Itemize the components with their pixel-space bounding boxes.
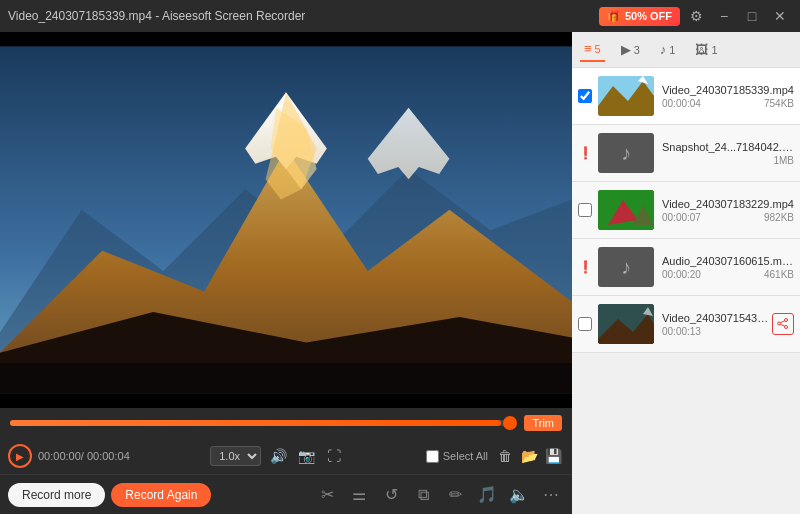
file-size-4: 461KB: [764, 269, 794, 280]
maximize-button[interactable]: □: [740, 4, 764, 28]
play-button[interactable]: ▶: [8, 444, 32, 468]
minimize-button[interactable]: −: [712, 4, 736, 28]
list-item[interactable]: Video_240307185339.mp4 00:00:04 754KB: [572, 68, 800, 125]
fullscreen-icon[interactable]: ⛶: [323, 445, 345, 467]
rotate-icon[interactable]: ↺: [378, 482, 404, 508]
svg-point-19: [785, 326, 788, 329]
progress-track[interactable]: [10, 420, 516, 426]
file-list: Video_240307185339.mp4 00:00:04 754KB ❗ …: [572, 68, 800, 514]
promo-label: 50% OFF: [625, 10, 672, 22]
tab-all[interactable]: ≡ 5: [580, 37, 605, 62]
speed-select[interactable]: 1.0x 0.5x 1.5x 2.0x: [210, 446, 261, 466]
file-meta-1: 00:00:04 754KB: [662, 98, 794, 109]
file-duration-4: 00:00:20: [662, 269, 701, 280]
tab-audio[interactable]: ♪ 1: [656, 38, 680, 61]
adjust-icon[interactable]: ⚌: [346, 482, 372, 508]
file-info-1: Video_240307185339.mp4 00:00:04 754KB: [662, 84, 794, 109]
file-meta-2: 1MB: [662, 155, 794, 166]
select-all-area: Select All: [426, 450, 488, 463]
tab-audio-count: 1: [669, 44, 675, 56]
progress-area: Trim: [0, 408, 572, 438]
main-content: Trim ▶ 00:00:00/ 00:00:04 1.0x 0.5x 1.5x…: [0, 32, 800, 514]
folder-icon[interactable]: 📂: [518, 445, 540, 467]
tab-image[interactable]: 🖼 1: [691, 38, 721, 61]
promo-badge[interactable]: 🎁 50% OFF: [599, 7, 680, 26]
file-name-1: Video_240307185339.mp4: [662, 84, 794, 96]
svg-line-22: [780, 324, 784, 326]
file-checkbox-1[interactable]: [578, 89, 592, 103]
file-thumb-1: [598, 76, 654, 116]
file-error-icon-4: ❗: [578, 260, 592, 274]
titlebar-right: 🎁 50% OFF ⚙ − □ ✕: [599, 4, 792, 28]
svg-point-18: [785, 319, 788, 322]
file-thumb-3: [598, 190, 654, 230]
file-duration-1: 00:00:04: [662, 98, 701, 109]
file-name-2: Snapshot_24...7184042.png: [662, 141, 794, 153]
trim-button[interactable]: Trim: [524, 415, 562, 431]
list-item[interactable]: Video_240307154314.mp4 00:00:13: [572, 296, 800, 353]
select-all-label: Select All: [443, 450, 488, 462]
record-again-button[interactable]: Record Again: [111, 483, 211, 507]
bottom-toolbar: Record more Record Again ✂ ⚌ ↺ ⧉ ✏ 🎵 🔈 ⋯: [0, 474, 572, 514]
svg-line-21: [780, 321, 784, 323]
file-share-button[interactable]: [772, 313, 794, 335]
save-icon[interactable]: 💾: [542, 445, 564, 467]
audio-tab-icon: ♪: [660, 42, 667, 57]
list-icon: ≡: [584, 41, 592, 56]
progress-fill: [10, 420, 501, 426]
copy-icon[interactable]: ⧉: [410, 482, 436, 508]
right-panel: ≡ 5 ▶ 3 ♪ 1 🖼 1: [572, 32, 800, 514]
tabs: ≡ 5 ▶ 3 ♪ 1 🖼 1: [572, 32, 800, 68]
cut-icon[interactable]: ✂: [314, 482, 340, 508]
file-name-3: Video_240307183229.mp4: [662, 198, 794, 210]
image-tab-icon: 🖼: [695, 42, 708, 57]
music-note-icon: ♪: [621, 142, 631, 165]
progress-thumb[interactable]: [503, 416, 517, 430]
select-all-checkbox[interactable]: [426, 450, 439, 463]
list-item[interactable]: ❗ ♪ Snapshot_24...7184042.png 1MB: [572, 125, 800, 182]
file-duration-3: 00:00:07: [662, 212, 701, 223]
tab-video[interactable]: ▶ 3: [617, 38, 644, 61]
file-size-1: 754KB: [764, 98, 794, 109]
audio-edit-icon[interactable]: 🎵: [474, 482, 500, 508]
file-info-5: Video_240307154314.mp4 00:00:13: [662, 312, 772, 337]
file-size-3: 982KB: [764, 212, 794, 223]
file-thumb-2: ♪: [598, 133, 654, 173]
record-more-button[interactable]: Record more: [8, 483, 105, 507]
playback-controls: ▶ 00:00:00/ 00:00:04 1.0x 0.5x 1.5x 2.0x…: [0, 438, 572, 474]
more-icon[interactable]: ⋯: [538, 482, 564, 508]
tab-all-count: 5: [595, 43, 601, 55]
file-name-5: Video_240307154314.mp4: [662, 312, 772, 324]
file-info-4: Audio_240307160615.mp3 00:00:20 461KB: [662, 255, 794, 280]
icon-btn-group: 🗑 📂 💾: [494, 445, 564, 467]
list-item[interactable]: ❗ ♪ Audio_240307160615.mp3 00:00:20 461K…: [572, 239, 800, 296]
close-button[interactable]: ✕: [768, 4, 792, 28]
tab-video-count: 3: [634, 44, 640, 56]
tab-image-count: 1: [711, 44, 717, 56]
file-checkbox-5[interactable]: [578, 317, 592, 331]
svg-point-20: [778, 322, 781, 325]
file-meta-4: 00:00:20 461KB: [662, 269, 794, 280]
gift-icon: 🎁: [607, 10, 621, 23]
file-thumb-5: [598, 304, 654, 344]
settings-icon[interactable]: ⚙: [684, 4, 708, 28]
svg-rect-6: [0, 363, 572, 394]
volume-icon[interactable]: 🔊: [267, 445, 289, 467]
file-info-3: Video_240307183229.mp4 00:00:07 982KB: [662, 198, 794, 223]
titlebar: Video_240307185339.mp4 - Aiseesoft Scree…: [0, 0, 800, 32]
titlebar-left: Video_240307185339.mp4 - Aiseesoft Scree…: [8, 9, 305, 23]
video-tab-icon: ▶: [621, 42, 631, 57]
file-duration-5: 00:00:13: [662, 326, 701, 337]
file-checkbox-3[interactable]: [578, 203, 592, 217]
volume-control-icon[interactable]: 🔈: [506, 482, 532, 508]
edit-icon[interactable]: ✏: [442, 482, 468, 508]
file-name-4: Audio_240307160615.mp3: [662, 255, 794, 267]
snapshot-icon[interactable]: 📷: [295, 445, 317, 467]
file-info-2: Snapshot_24...7184042.png 1MB: [662, 141, 794, 166]
delete-icon[interactable]: 🗑: [494, 445, 516, 467]
file-size-2: 1MB: [773, 155, 794, 166]
list-item[interactable]: Video_240307183229.mp4 00:00:07 982KB: [572, 182, 800, 239]
left-panel: Trim ▶ 00:00:00/ 00:00:04 1.0x 0.5x 1.5x…: [0, 32, 572, 514]
time-display: 00:00:00/ 00:00:04: [38, 450, 130, 462]
file-error-icon-2: ❗: [578, 146, 592, 160]
